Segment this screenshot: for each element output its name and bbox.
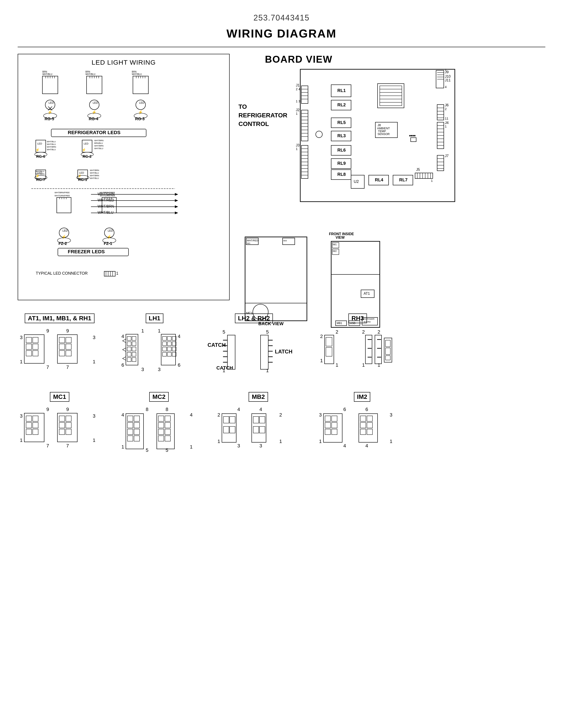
svg-rect-273 bbox=[33, 337, 38, 343]
connector-mc2-svg: 4 1 8 5 8 5 4 1 bbox=[119, 404, 199, 457]
svg-rect-293 bbox=[127, 347, 131, 351]
svg-rect-398 bbox=[134, 436, 139, 441]
svg-text:FZ-1: FZ-1 bbox=[104, 241, 112, 246]
svg-text:IW1: IW1 bbox=[333, 243, 337, 246]
svg-text:LED: LED bbox=[93, 101, 98, 104]
svg-rect-444 bbox=[360, 429, 366, 435]
svg-text:2: 2 bbox=[217, 412, 220, 418]
svg-text:8: 8 bbox=[146, 407, 148, 412]
svg-rect-294 bbox=[127, 352, 131, 356]
svg-rect-392 bbox=[127, 422, 133, 428]
svg-rect-0 bbox=[42, 76, 58, 94]
connector-lh1-label: LH1 bbox=[146, 313, 164, 323]
svg-rect-8 bbox=[86, 76, 102, 94]
svg-text:5: 5 bbox=[165, 447, 168, 453]
svg-text:⚡: ⚡ bbox=[82, 148, 86, 152]
svg-text:LED: LED bbox=[79, 171, 84, 174]
svg-marker-81 bbox=[175, 193, 178, 196]
svg-text:WHT/BRN: WHT/BRN bbox=[94, 145, 103, 147]
svg-text:IW1: IW1 bbox=[247, 242, 250, 244]
svg-point-236 bbox=[253, 304, 268, 320]
svg-rect-312 bbox=[167, 347, 171, 351]
svg-text:1: 1 bbox=[20, 359, 23, 364]
svg-rect-322 bbox=[227, 335, 235, 369]
svg-text:RG-3: RG-3 bbox=[135, 117, 145, 121]
svg-rect-358 bbox=[386, 348, 390, 355]
svg-text:7: 7 bbox=[46, 364, 49, 370]
svg-rect-297 bbox=[132, 342, 136, 346]
svg-text:WHT/BLU: WHT/BLU bbox=[47, 141, 56, 143]
svg-rect-270 bbox=[26, 337, 32, 343]
svg-rect-378 bbox=[59, 429, 65, 435]
svg-rect-394 bbox=[127, 436, 133, 441]
svg-text:USB: USB bbox=[350, 322, 356, 325]
svg-rect-399 bbox=[157, 414, 174, 449]
svg-text:LED: LED bbox=[108, 229, 113, 232]
led-wiring-svg: WHT/BLU BRN WHT/BLU BRN WHT/BLU bbox=[23, 69, 226, 295]
appliance-views: WHT/RED IW1 IW3 BACK VIEW MC1 FRONT IN bbox=[238, 230, 386, 333]
svg-text:WHT/BLU: WHT/BLU bbox=[90, 177, 99, 179]
svg-text:J2: J2 bbox=[296, 108, 300, 112]
svg-marker-87 bbox=[175, 205, 178, 208]
svg-rect-401 bbox=[158, 422, 164, 428]
svg-text:3: 3 bbox=[390, 412, 392, 418]
svg-text:WHT/BRN: WHT/BRN bbox=[94, 139, 103, 142]
svg-text:IW3: IW3 bbox=[283, 240, 287, 242]
svg-rect-16 bbox=[133, 76, 148, 94]
connector-mc1-svg: 3 1 9 7 9 7 3 1 bbox=[18, 404, 102, 453]
led-wiring-box: LED LIGHT WIRING WHT/BLU BRN WHT/ bbox=[18, 54, 229, 300]
part-number: 253.70443415 bbox=[18, 13, 545, 23]
svg-rect-280 bbox=[66, 337, 71, 343]
svg-text:3: 3 bbox=[93, 413, 95, 419]
svg-text:WHT/BLU: WHT/BLU bbox=[132, 73, 142, 75]
svg-text:1: 1 bbox=[445, 125, 447, 128]
svg-text:⚡: ⚡ bbox=[35, 148, 40, 152]
svg-text:LED: LED bbox=[62, 229, 68, 232]
svg-rect-271 bbox=[26, 344, 32, 349]
svg-text:MB1: MB1 bbox=[337, 322, 342, 325]
svg-text:1: 1 bbox=[431, 179, 433, 182]
svg-text:WHT/BLU: WHT/BLU bbox=[85, 73, 95, 75]
svg-text:1: 1 bbox=[121, 444, 124, 450]
svg-text:2: 2 bbox=[445, 107, 447, 111]
svg-text:J3: J3 bbox=[296, 143, 300, 147]
svg-rect-375 bbox=[57, 413, 77, 442]
svg-text:RL3: RL3 bbox=[337, 133, 346, 138]
svg-rect-343 bbox=[326, 347, 332, 356]
svg-rect-217 bbox=[415, 173, 433, 178]
svg-rect-305 bbox=[161, 334, 175, 365]
svg-text:5: 5 bbox=[222, 329, 225, 335]
svg-rect-424 bbox=[259, 417, 265, 423]
connector-rh3-svg: 2 1 2 1 2 1 2 1 bbox=[318, 326, 398, 374]
svg-text:4: 4 bbox=[190, 412, 192, 418]
svg-rect-400 bbox=[158, 416, 164, 421]
svg-text:2 4: 2 4 bbox=[296, 87, 300, 91]
svg-rect-443 bbox=[360, 422, 366, 428]
svg-point-169 bbox=[316, 131, 322, 138]
svg-text:4: 4 bbox=[445, 85, 447, 89]
svg-text:RL2: RL2 bbox=[337, 102, 346, 107]
svg-rect-446 bbox=[367, 422, 373, 428]
svg-marker-290 bbox=[122, 357, 126, 360]
svg-text:BRN: BRN bbox=[85, 71, 90, 73]
connector-lh1-group: LH1 4 6 1 3 bbox=[119, 313, 190, 374]
svg-rect-274 bbox=[33, 344, 38, 349]
svg-text:J11: J11 bbox=[445, 78, 451, 82]
svg-text:1: 1 bbox=[336, 362, 338, 368]
connector-at1-label: AT1, IM1, MB1, & RH1 bbox=[25, 313, 94, 323]
board-view-svg: J9 J10 J11 1 4 J1 2 4 1 3 RL1 RL2 bbox=[283, 67, 464, 217]
svg-rect-269 bbox=[24, 335, 44, 363]
svg-text:J6: J6 bbox=[445, 103, 449, 107]
svg-text:⚡: ⚡ bbox=[47, 110, 53, 115]
svg-rect-272 bbox=[26, 351, 32, 356]
connector-mb2-label: MB2 bbox=[248, 392, 268, 402]
svg-text:J4: J4 bbox=[445, 121, 449, 125]
svg-text:WHT/GRN/FREE: WHT/GRN/FREE bbox=[100, 195, 115, 197]
svg-text:WHT/BLU: WHT/BLU bbox=[42, 73, 52, 75]
led-wiring-title: LED LIGHT WIRING bbox=[23, 59, 225, 66]
svg-rect-417 bbox=[223, 417, 229, 423]
svg-text:1: 1 bbox=[222, 368, 225, 373]
svg-text:⚡: ⚡ bbox=[61, 235, 66, 239]
connector-at1-svg: 3 1 9 7 9 7 3 1 bbox=[18, 326, 102, 374]
svg-text:4: 4 bbox=[366, 443, 368, 448]
